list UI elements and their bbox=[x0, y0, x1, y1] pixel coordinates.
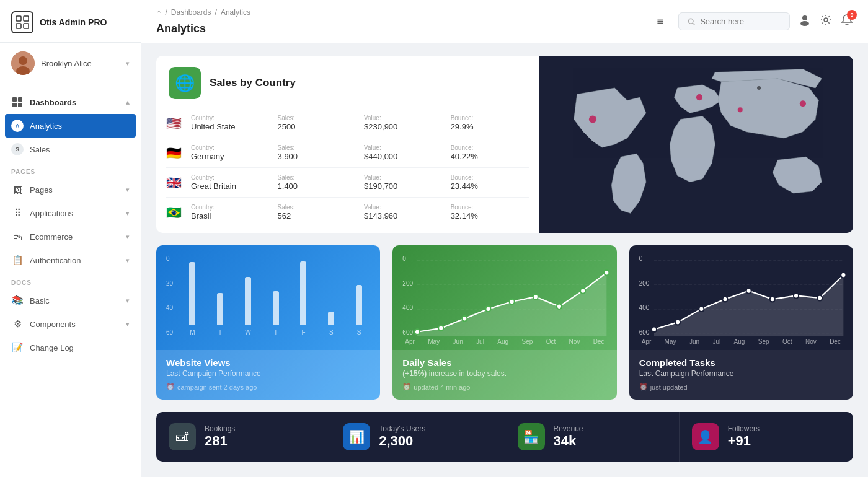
pages-section-label: PAGES bbox=[0, 161, 141, 178]
stat-label: Bookings bbox=[205, 424, 235, 433]
stat-item: 🛋 Bookings 281 bbox=[156, 412, 330, 462]
svg-point-29 bbox=[510, 299, 515, 305]
sidebar-item-ecommerce[interactable]: 🛍 Ecommerce ▾ bbox=[0, 225, 141, 248]
bar-label: T bbox=[274, 329, 278, 336]
value-col: Value: $440,000 bbox=[364, 144, 443, 161]
menu-toggle-button[interactable]: ≡ bbox=[652, 12, 668, 30]
sidebar-item-basic[interactable]: 📚 Basic ▾ bbox=[0, 289, 141, 312]
bar-chart-container: 60 40 20 0 M T W T F bbox=[166, 255, 370, 336]
svg-point-14 bbox=[800, 21, 809, 26]
svg-rect-2 bbox=[16, 24, 21, 28]
bar-label: W bbox=[245, 329, 250, 336]
sales-country-title: Sales by Country bbox=[210, 77, 296, 89]
user-menu-button[interactable] bbox=[799, 14, 811, 29]
completed-tasks-subtitle: Last Campaign Performance bbox=[639, 369, 843, 378]
svg-point-28 bbox=[486, 306, 491, 312]
sidebar-pages-label: Pages bbox=[30, 185, 120, 195]
bar bbox=[356, 285, 362, 325]
pages-chevron-icon: ▾ bbox=[126, 186, 130, 194]
completed-tasks-plot bbox=[654, 255, 843, 336]
sidebar-item-dashboards[interactable]: Dashboards ▴ bbox=[0, 90, 141, 114]
sidebar-item-authentication[interactable]: 📋 Authentication ▾ bbox=[0, 248, 141, 272]
settings-button[interactable] bbox=[820, 14, 832, 29]
stat-value: 281 bbox=[205, 433, 235, 449]
sidebar-sales-label: Sales bbox=[30, 145, 130, 154]
bar-column: F bbox=[292, 261, 315, 336]
home-icon: ⌂ bbox=[156, 7, 161, 17]
value-col: Value: $230,900 bbox=[364, 115, 443, 131]
country-col: Country: Germany bbox=[191, 144, 270, 161]
country-row: 🇬🇧 Country: Great Britain Sales: 1.400 V… bbox=[166, 167, 529, 197]
daily-sales-chart-area: 600 400 200 0 AprMayJunJulAugSepOctNovDe… bbox=[392, 245, 616, 350]
bar-column: M bbox=[181, 261, 204, 336]
stat-item: 👤 Followers +91 bbox=[680, 412, 853, 462]
svg-point-19 bbox=[800, 100, 806, 107]
bar-label: F bbox=[301, 329, 305, 336]
stat-icon: 🏪 bbox=[518, 423, 545, 450]
basic-icon: 📚 bbox=[11, 294, 24, 307]
sidebar-changelog-label: Change Log bbox=[30, 343, 130, 352]
svg-point-41 bbox=[722, 297, 727, 302]
svg-rect-9 bbox=[12, 103, 17, 107]
stat-icon: 🛋 bbox=[169, 423, 196, 450]
svg-point-43 bbox=[769, 297, 774, 302]
svg-point-39 bbox=[675, 320, 680, 325]
sales-by-country-card: 🌐 Sales by Country 🇺🇸 Country: United St… bbox=[156, 56, 853, 233]
breadcrumb: ⌂ / Dashboards / Analytics Analytics bbox=[156, 7, 642, 35]
flag-icon: 🇧🇷 bbox=[166, 205, 184, 220]
bar bbox=[189, 262, 195, 325]
user-profile[interactable]: Brooklyn Alice ▾ bbox=[0, 43, 141, 84]
svg-rect-8 bbox=[18, 97, 22, 102]
bounce-col: Bounce: 29.9% bbox=[451, 115, 530, 131]
daily-sales-months: AprMayJunJulAugSepOctNovDec bbox=[402, 338, 606, 345]
svg-point-33 bbox=[604, 270, 609, 276]
breadcrumb-sep2: / bbox=[215, 8, 217, 17]
breadcrumb-sep1: / bbox=[165, 8, 167, 17]
sidebar-basic-label: Basic bbox=[30, 296, 120, 305]
svg-point-32 bbox=[580, 288, 585, 294]
user-name: Brooklyn Alice bbox=[41, 59, 120, 68]
sidebar-item-analytics[interactable]: A Analytics bbox=[5, 114, 136, 138]
sidebar-item-applications[interactable]: ⠿ Applications ▾ bbox=[0, 201, 141, 225]
completed-tasks-info: Completed Tasks Last Campaign Performanc… bbox=[629, 350, 853, 400]
country-row: 🇺🇸 Country: United State Sales: 2500 Val… bbox=[166, 108, 529, 138]
changelog-icon: 📝 bbox=[11, 341, 24, 354]
website-views-chart-area: 60 40 20 0 M T W T F bbox=[156, 245, 380, 350]
sales-col: Sales: 2500 bbox=[278, 115, 357, 131]
value-col: Value: $143,960 bbox=[364, 204, 443, 221]
sales-col: Sales: 1.400 bbox=[278, 174, 357, 191]
country-col: Country: Great Britain bbox=[191, 174, 270, 191]
stat-icon: 👤 bbox=[692, 423, 719, 450]
svg-point-42 bbox=[746, 288, 751, 294]
daily-sales-plot bbox=[417, 255, 606, 336]
bar-label: S bbox=[329, 329, 334, 336]
svg-point-38 bbox=[652, 326, 657, 332]
header-right: 9 bbox=[678, 12, 853, 30]
sidebar-item-changelog[interactable]: 📝 Change Log bbox=[0, 336, 141, 359]
sidebar-item-pages[interactable]: 🖼 Pages ▾ bbox=[0, 178, 141, 201]
ecommerce-icon: 🛍 bbox=[11, 230, 24, 243]
search-input[interactable] bbox=[700, 17, 781, 26]
bounce-col: Bounce: 23.44% bbox=[451, 174, 530, 191]
charts-row: 60 40 20 0 M T W T F bbox=[156, 245, 853, 400]
website-views-info: Website Views Last Campaign Performance … bbox=[156, 350, 380, 400]
sales-col: Sales: 562 bbox=[278, 204, 357, 221]
stat-label: Followers bbox=[728, 424, 760, 433]
notifications-button[interactable]: 9 bbox=[841, 14, 853, 29]
svg-rect-1 bbox=[24, 16, 29, 21]
world-map-svg bbox=[539, 56, 853, 233]
sidebar: Otis Admin PRO Brooklyn Alice ▾ Das bbox=[0, 0, 141, 477]
completed-tasks-months: AprMayJunJulAugSepOctNovDec bbox=[639, 338, 843, 345]
bar bbox=[217, 293, 223, 325]
svg-point-17 bbox=[696, 94, 702, 100]
stat-item: 🏪 Revenue 34k bbox=[505, 412, 680, 462]
bar bbox=[328, 312, 334, 325]
completed-tasks-y-axis: 600 400 200 0 bbox=[639, 255, 654, 336]
country-row: 🇧🇷 Country: Brasil Sales: 562 Value: $14… bbox=[166, 197, 529, 227]
stat-icon: 📊 bbox=[343, 423, 370, 450]
sidebar-item-components[interactable]: ⚙ Components ▾ bbox=[0, 312, 141, 336]
stat-value: 2,300 bbox=[379, 433, 425, 449]
search-box[interactable] bbox=[678, 12, 790, 30]
bar-column: W bbox=[237, 261, 260, 336]
sidebar-item-sales[interactable]: S Sales bbox=[0, 138, 141, 161]
